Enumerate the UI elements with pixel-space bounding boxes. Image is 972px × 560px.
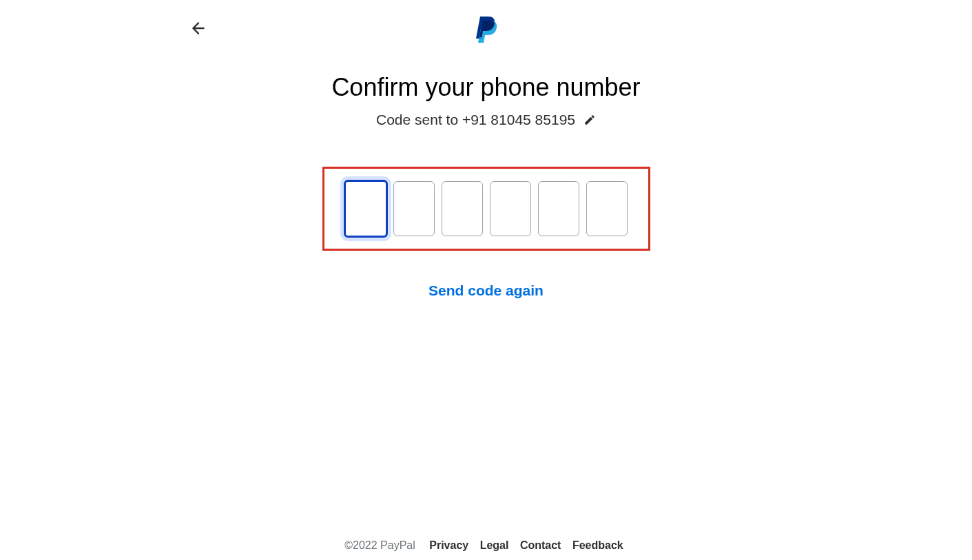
- subtitle-row: Code sent to +91 81045 85195: [376, 112, 596, 128]
- footer-link-privacy[interactable]: Privacy: [429, 539, 468, 551]
- code-input-container: [322, 167, 650, 251]
- phone-number: +91 81045 85195: [462, 112, 575, 127]
- footer-link-legal[interactable]: Legal: [480, 539, 509, 551]
- code-sent-prefix: Code sent to: [376, 112, 462, 127]
- code-digit-4[interactable]: [490, 181, 531, 236]
- arrow-left-icon: [189, 19, 207, 37]
- page-footer: ©2022 PayPal Privacy Legal Contact Feedb…: [0, 539, 972, 552]
- paypal-logo: [475, 15, 498, 45]
- code-digit-1[interactable]: [344, 180, 388, 238]
- resend-code-link[interactable]: Send code again: [428, 282, 544, 299]
- code-digit-6[interactable]: [586, 181, 628, 236]
- footer-copyright: ©2022 PayPal: [344, 539, 415, 551]
- code-sent-text: Code sent to +91 81045 85195: [376, 112, 575, 128]
- back-button[interactable]: [189, 19, 207, 37]
- code-digit-5[interactable]: [538, 181, 579, 236]
- main-content: Confirm your phone number Code sent to +…: [0, 73, 972, 299]
- pencil-icon: [583, 114, 596, 126]
- page-title: Confirm your phone number: [0, 73, 972, 102]
- footer-link-feedback[interactable]: Feedback: [572, 539, 623, 551]
- code-digit-2[interactable]: [393, 181, 435, 236]
- page-header: [0, 0, 972, 45]
- code-digit-3[interactable]: [442, 181, 483, 236]
- edit-phone-button[interactable]: [583, 114, 596, 126]
- footer-link-contact[interactable]: Contact: [520, 539, 561, 551]
